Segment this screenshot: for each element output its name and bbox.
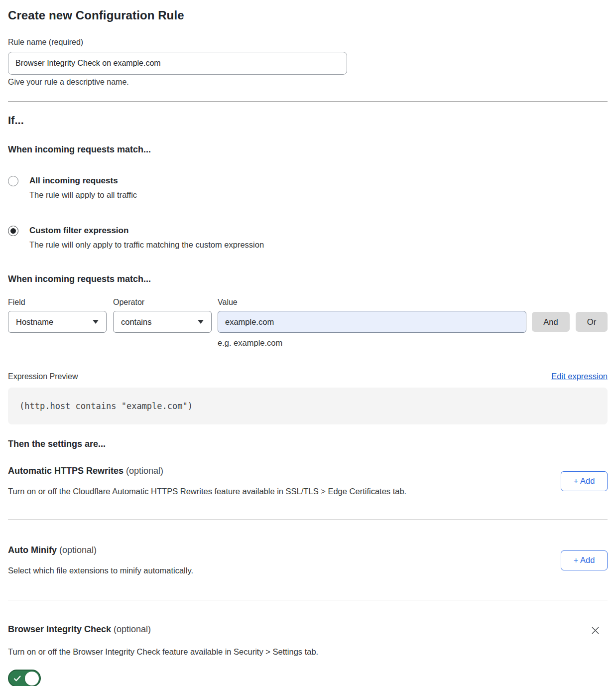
setting-title: Automatic HTTPS Rewrites (optional)	[8, 466, 561, 476]
browser-integrity-check-toggle[interactable]	[8, 670, 41, 686]
create-configuration-rule-form: Create new Configuration Rule Rule name …	[0, 0, 616, 686]
field-select-value: Hostname	[16, 317, 53, 327]
page-title: Create new Configuration Rule	[8, 8, 608, 22]
operator-label: Operator	[113, 298, 212, 307]
optional-tag: (optional)	[123, 466, 163, 476]
expression-preview-label: Expression Preview	[8, 372, 78, 381]
operator-select-value: contains	[121, 317, 151, 327]
expression-preview-code: (http.host contains "example.com")	[8, 388, 608, 424]
and-button[interactable]: And	[532, 312, 570, 332]
radio-option-label: All incoming requests	[29, 176, 118, 185]
optional-tag: (optional)	[57, 545, 97, 555]
if-heading: If...	[8, 114, 608, 127]
expression-builder-heading: When incoming requests match...	[8, 274, 608, 284]
divider	[8, 600, 608, 600]
setting-title: Auto Minify (optional)	[8, 545, 561, 555]
radio-option-all-incoming-requests[interactable]: All incoming requests The rule will appl…	[8, 176, 608, 200]
setting-automatic-https-rewrites: Automatic HTTPS Rewrites (optional) Turn…	[8, 466, 608, 496]
add-auto-minify-button[interactable]: + Add	[561, 550, 608, 570]
setting-title: Browser Integrity Check (optional)	[8, 624, 151, 635]
value-input[interactable]	[218, 311, 526, 333]
radio-option-description: The rule will apply to all traffic	[29, 190, 137, 200]
operator-select[interactable]: contains	[113, 311, 212, 333]
setting-description: Turn on or off the Browser Integrity Che…	[8, 647, 608, 657]
rule-name-input[interactable]	[8, 52, 347, 75]
rule-name-help: Give your rule a descriptive name.	[8, 78, 608, 87]
close-icon[interactable]	[589, 624, 602, 637]
add-automatic-https-rewrites-button[interactable]: + Add	[561, 471, 608, 491]
setting-browser-integrity-check: Browser Integrity Check (optional) Turn …	[8, 624, 608, 686]
chevron-down-icon	[93, 320, 99, 324]
settings-heading: Then the settings are...	[8, 439, 608, 449]
setting-description: Turn on or off the Cloudflare Automatic …	[8, 487, 561, 496]
divider	[8, 101, 608, 102]
divider	[8, 519, 608, 520]
expression-builder-row: Field Hostname Operator contains Value e…	[8, 298, 608, 348]
edit-expression-link[interactable]: Edit expression	[551, 372, 608, 381]
radio-button-checked[interactable]	[8, 226, 18, 236]
radio-button[interactable]	[8, 176, 18, 186]
or-button[interactable]: Or	[576, 312, 608, 332]
radio-option-custom-filter-expression[interactable]: Custom filter expression The rule will o…	[8, 226, 608, 250]
radio-option-description: The rule will only apply to traffic matc…	[29, 240, 264, 250]
field-label: Field	[8, 298, 107, 307]
setting-auto-minify: Auto Minify (optional) Select which file…	[8, 545, 608, 575]
field-select[interactable]: Hostname	[8, 311, 107, 333]
radio-option-label: Custom filter expression	[29, 226, 128, 235]
toggle-knob	[25, 672, 39, 686]
setting-description: Select which file extensions to minify a…	[8, 566, 561, 575]
chevron-down-icon	[198, 320, 204, 324]
check-icon	[13, 675, 21, 682]
value-help: e.g. example.com	[218, 338, 526, 348]
value-label: Value	[218, 298, 526, 307]
match-heading: When incoming requests match...	[8, 144, 608, 155]
rule-name-label: Rule name (required)	[8, 38, 608, 47]
optional-tag: (optional)	[111, 624, 151, 634]
